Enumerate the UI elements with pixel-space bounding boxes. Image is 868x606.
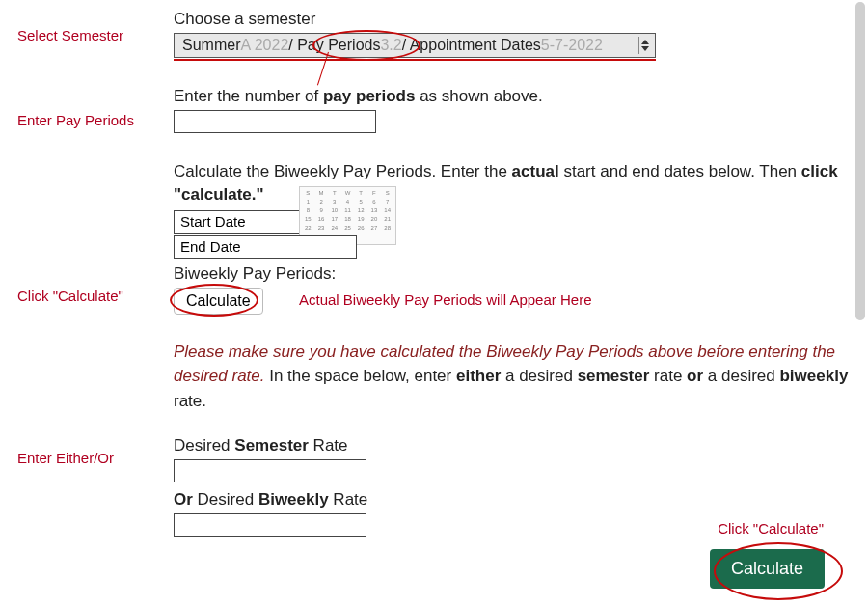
semester-value-p3: / Pay Periods [288,37,380,54]
semester-select-wrap: Summer A 2022 / Pay Periods 3.2 / Appoin… [174,33,849,58]
ann-select-semester: Select Semester [17,27,123,43]
calculate-big-button[interactable]: Calculate [710,549,825,589]
scrollbar[interactable] [855,2,865,320]
choose-semester-label: Choose a semester [174,10,849,29]
desired-semester-input[interactable] [174,459,366,482]
ann-click-calculate: Click "Calculate" [17,288,123,304]
biweekly-instr-b1: actual [512,162,559,180]
biweekly-instr: Calculate the Biweekly Pay Periods. Ente… [174,160,849,207]
enter-pay-periods-label: Enter the number of pay periods as shown… [174,87,849,106]
desired-biweekly-label: Or Desired Biweekly Rate [174,490,849,510]
warn-plain: In the space below, enter either a desir… [174,367,848,410]
biweekly-result-label: Biweekly Pay Periods: [174,264,849,284]
semester-value-p4: 3.2 [380,37,401,54]
biweekly-instr-pre: Calculate the Biweekly Pay Periods. Ente… [174,162,512,180]
semester-select[interactable]: Summer A 2022 / Pay Periods 3.2 / Appoin… [174,33,656,58]
rate-warning-paragraph: Please make sure you have calculated the… [174,340,849,414]
desired-semester-label: Desired Semester Rate [174,436,849,455]
ann-enter-pay-periods: Enter Pay Periods [17,112,134,128]
semester-value-p1: Summer [182,37,240,54]
enter-pay-periods-label-post: as shown above. [415,87,542,105]
select-stepper-icon [638,37,651,54]
pay-periods-input[interactable] [174,110,376,133]
semester-value-p5: / Appointment Dates [402,37,541,54]
semester-value-p2: A 2022 [240,37,288,54]
ann-appear-here: Actual Biweekly Pay Periods will Appear … [299,291,591,308]
scrollbar-thumb[interactable] [855,2,865,320]
end-date-input[interactable] [174,235,357,259]
enter-pay-periods-label-pre: Enter the number of [174,87,323,105]
semester-value-p6: 5-7-2022 [541,37,603,54]
biweekly-instr-mid: start and end dates below. Then [559,162,801,180]
desired-biweekly-input[interactable] [174,513,366,537]
calculate-small-button[interactable]: Calculate [174,288,263,315]
form-area: Choose a semester Summer A 2022 / Pay Pe… [174,10,849,552]
ann-click-calculate-2: Click "Calculate" [718,520,824,537]
ann-underline [174,59,656,61]
enter-pay-periods-label-bold: pay periods [323,87,415,105]
ann-enter-either-or: Enter Either/Or [17,450,114,466]
